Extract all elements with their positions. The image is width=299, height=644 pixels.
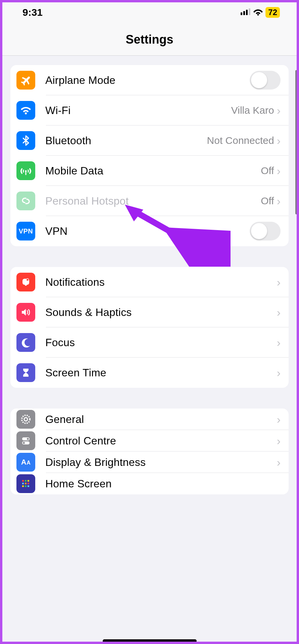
settings-row-label: Personal Hotspot	[45, 195, 261, 207]
vpn-icon: VPN	[16, 222, 35, 240]
page-title: Settings	[2, 33, 297, 47]
svg-rect-20	[22, 483, 24, 484]
settings-row-label: Notifications	[45, 276, 277, 288]
chevron-right-icon: ›	[277, 105, 281, 116]
chevron-right-icon: ›	[277, 367, 281, 378]
gear-icon	[16, 410, 35, 429]
cellular-bars-icon	[241, 8, 251, 16]
status-time: 9:31	[22, 7, 43, 18]
chevron-right-icon: ›	[277, 135, 281, 146]
settings-row-label: Sounds & Haptics	[45, 306, 277, 319]
svg-rect-3	[249, 8, 250, 15]
chevron-right-icon: ›	[277, 165, 281, 176]
row-control-centre[interactable]: Control Centre ›	[10, 430, 289, 451]
settings-content: Airplane Mode Wi-Fi Villa Karo › Bluetoo…	[2, 56, 297, 494]
chevron-right-icon: ›	[277, 414, 281, 425]
bell-icon	[16, 273, 35, 291]
row-mobile-data[interactable]: Mobile Data Off ›	[10, 156, 289, 186]
row-home-screen[interactable]: Home Screen	[10, 473, 289, 494]
settings-row-label: Bluetooth	[45, 135, 207, 147]
row-personal-hotspot[interactable]: Personal Hotspot Off ›	[10, 186, 289, 216]
row-screen-time[interactable]: Screen Time ›	[10, 358, 289, 388]
svg-rect-1	[243, 11, 245, 15]
svg-point-7	[25, 170, 27, 172]
chevron-right-icon: ›	[277, 195, 281, 207]
svg-rect-0	[241, 12, 242, 15]
status-right: 72	[241, 7, 280, 18]
grid-icon	[16, 474, 35, 493]
settings-row-label: Airplane Mode	[45, 74, 250, 87]
svg-rect-24	[25, 485, 27, 487]
row-focus[interactable]: Focus ›	[10, 327, 289, 358]
chevron-right-icon: ›	[277, 337, 281, 348]
bluetooth-icon	[16, 131, 35, 150]
section-alerts: Notifications › Sounds & Haptics › Focus…	[10, 267, 289, 388]
scrollbar[interactable]	[295, 70, 297, 214]
settings-row-label: Display & Brightness	[45, 456, 277, 469]
settings-row-label: Focus	[45, 336, 277, 349]
wifi-icon	[16, 101, 35, 120]
svg-rect-22	[28, 483, 29, 484]
settings-row-value: Off	[261, 165, 274, 176]
row-sounds-haptics[interactable]: Sounds & Haptics ›	[10, 297, 289, 327]
svg-point-5	[25, 112, 27, 114]
svg-point-14	[27, 438, 29, 440]
section-connectivity: Airplane Mode Wi-Fi Villa Karo › Bluetoo…	[10, 65, 289, 246]
svg-rect-25	[28, 485, 29, 487]
chevron-right-icon: ›	[277, 457, 281, 468]
svg-rect-2	[246, 10, 248, 15]
airplane-icon	[16, 71, 35, 90]
nav-header: Settings	[2, 22, 297, 56]
home-indicator[interactable]	[103, 639, 197, 643]
vpn-toggle[interactable]	[250, 222, 281, 240]
chevron-right-icon: ›	[277, 276, 281, 288]
row-bluetooth[interactable]: Bluetooth Not Connected ›	[10, 125, 289, 156]
row-general[interactable]: General ›	[10, 409, 289, 430]
settings-row-label: Home Screen	[45, 478, 281, 490]
row-airplane-mode[interactable]: Airplane Mode	[10, 65, 289, 95]
settings-row-value: Off	[261, 195, 274, 207]
svg-point-12	[24, 418, 28, 421]
settings-row-label: VPN	[45, 225, 250, 237]
svg-point-16	[23, 442, 25, 444]
cellular-icon	[16, 161, 35, 180]
settings-row-label: Mobile Data	[45, 165, 261, 177]
settings-row-label: Control Centre	[45, 435, 277, 447]
settings-row-value: Villa Karo	[231, 105, 274, 116]
settings-row-label: Wi-Fi	[45, 104, 231, 117]
svg-rect-17	[22, 480, 24, 482]
airplane-toggle[interactable]	[250, 71, 281, 90]
svg-rect-18	[25, 480, 27, 482]
hotspot-icon	[16, 192, 35, 210]
svg-point-4	[257, 14, 259, 16]
switches-icon	[16, 431, 35, 450]
battery-level: 72	[265, 7, 280, 18]
svg-point-11	[22, 415, 30, 423]
row-notifications[interactable]: Notifications ›	[10, 267, 289, 297]
moon-icon	[16, 333, 35, 352]
speaker-icon	[16, 303, 35, 322]
row-wifi[interactable]: Wi-Fi Villa Karo ›	[10, 95, 289, 125]
svg-rect-23	[22, 485, 24, 487]
settings-row-value: Not Connected	[207, 135, 274, 146]
wifi-status-icon	[253, 8, 263, 17]
svg-rect-19	[28, 480, 29, 482]
status-bar: 9:31 72	[2, 2, 297, 22]
chevron-right-icon: ›	[277, 435, 281, 446]
row-display-brightness[interactable]: AA Display & Brightness ›	[10, 451, 289, 473]
chevron-right-icon: ›	[277, 307, 281, 318]
aa-icon: AA	[16, 453, 35, 472]
settings-row-label: Screen Time	[45, 367, 277, 379]
settings-row-label: General	[45, 413, 277, 426]
row-vpn[interactable]: VPN VPN	[10, 216, 289, 246]
hourglass-icon	[16, 363, 35, 382]
section-device: General › Control Centre › AA Display & …	[10, 409, 289, 494]
svg-rect-21	[25, 483, 27, 484]
